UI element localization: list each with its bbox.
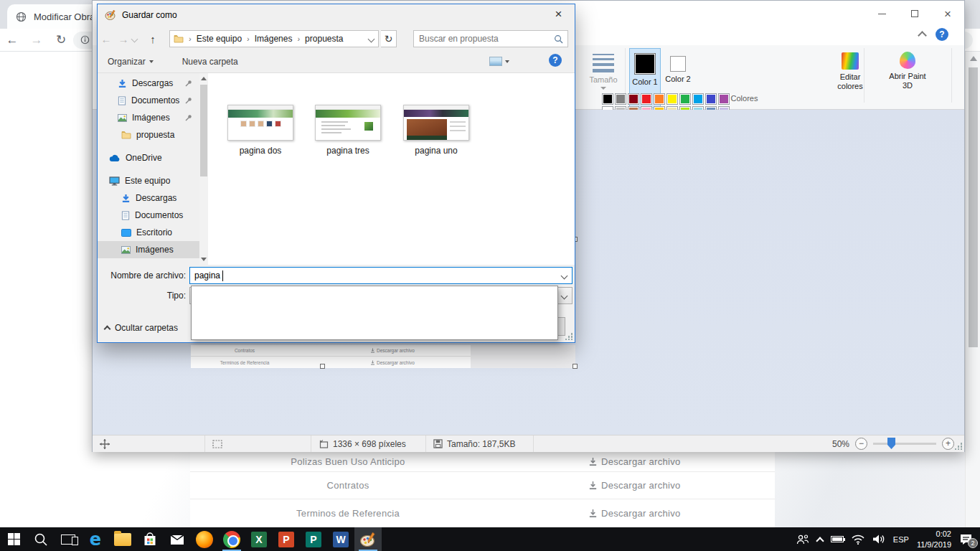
sidebar-item-descargas2[interactable]: Descargas [98, 189, 199, 207]
sidebar-scrollbar[interactable] [199, 73, 208, 265]
people-icon[interactable] [796, 534, 809, 545]
scrollbar-thumb[interactable] [969, 67, 978, 347]
taskbar-word[interactable]: W [327, 527, 354, 551]
close-button[interactable]: × [931, 3, 964, 24]
sidebar-item-propuesta[interactable]: propuesta [98, 126, 199, 143]
sidebar-item-imagenes[interactable]: Imágenes [98, 109, 199, 126]
scrollbar-up-arrow[interactable] [970, 56, 977, 61]
taskbar-chrome[interactable] [218, 527, 245, 551]
file-item[interactable]: pagina dos [221, 105, 300, 156]
nav-up-button[interactable]: ↑ [144, 33, 161, 45]
sidebar-item-escritorio[interactable]: Escritorio [98, 224, 199, 241]
sidebar-item-descargas[interactable]: Descargas [98, 75, 199, 92]
palette-swatch[interactable] [602, 93, 613, 105]
breadcrumb-item[interactable]: Este equipo [197, 34, 242, 44]
dialog-close-button[interactable]: × [542, 4, 575, 24]
browser-back-button[interactable]: ← [0, 33, 24, 47]
folder-icon [121, 131, 131, 139]
nav-history-chevron-icon[interactable] [131, 35, 138, 42]
filename-autocomplete-dropdown[interactable] [191, 286, 558, 340]
address-breadcrumb-bar[interactable]: › Este equipo › Imágenes › propuesta [169, 30, 379, 47]
search-input[interactable] [414, 34, 554, 44]
color1-swatch [634, 53, 656, 75]
nav-forward-button[interactable]: → [115, 33, 132, 45]
system-tray: ESP 0:02 11/9/2019 2 [796, 529, 980, 550]
collapse-ribbon-icon[interactable] [918, 31, 927, 40]
action-center-button[interactable]: 2 [959, 533, 973, 545]
taskbar-search-button[interactable] [27, 527, 55, 551]
file-item[interactable]: pagina tres [308, 105, 387, 156]
tray-expand-chevron-icon[interactable] [816, 537, 824, 545]
search-box[interactable] [413, 30, 568, 47]
browser-scrollbar[interactable] [965, 52, 980, 527]
download-link[interactable]: Descargar archivo [588, 472, 681, 499]
size-icon [593, 54, 614, 72]
refresh-button[interactable]: ↻ [381, 30, 397, 47]
file-item[interactable]: pagina uno [397, 105, 476, 156]
download-icon [370, 348, 375, 353]
paint-help-icon[interactable]: ? [936, 28, 948, 41]
edit-colors-button[interactable]: Editar colores [831, 48, 869, 91]
wifi-icon[interactable] [852, 534, 864, 545]
size-button[interactable]: Tamaño [583, 48, 623, 90]
zoom-in-button[interactable]: + [942, 438, 954, 450]
sidebar-item-documentos2[interactable]: Documentos [98, 207, 199, 224]
new-folder-button[interactable]: Nueva carpeta [176, 54, 244, 70]
battery-icon[interactable] [831, 536, 844, 542]
view-mode-button[interactable] [486, 55, 513, 68]
taskbar-excel[interactable]: X [245, 527, 273, 551]
volume-icon[interactable] [872, 534, 885, 545]
organize-button[interactable]: Organizar [102, 54, 159, 70]
row-label: Terminos de Referencia [190, 499, 506, 527]
selection-handle-corner[interactable] [573, 364, 578, 369]
dialog-resize-grip[interactable] [565, 333, 573, 340]
scrollbar-up-arrow[interactable] [201, 77, 207, 80]
breadcrumb-item[interactable]: propuesta [305, 34, 343, 44]
start-button[interactable] [0, 527, 27, 551]
sidebar-item-onedrive[interactable]: OneDrive [98, 149, 199, 166]
zoom-slider[interactable] [873, 443, 936, 445]
download-link[interactable]: Descargar archivo [588, 452, 681, 471]
file-name: pagina uno [397, 146, 476, 156]
minimize-button[interactable] [865, 3, 898, 24]
browser-reload-button[interactable]: ↻ [49, 32, 73, 47]
zoom-out-button[interactable]: − [855, 438, 867, 450]
taskbar-paint[interactable] [354, 527, 382, 551]
resize-grip[interactable] [955, 443, 962, 450]
sidebar-item-este-equipo[interactable]: Este equipo [98, 172, 199, 189]
zoom-slider-thumb[interactable] [887, 438, 895, 449]
excel-icon: X [251, 532, 267, 547]
taskbar-powerpoint[interactable]: P [273, 527, 300, 551]
language-indicator[interactable]: ESP [893, 535, 909, 544]
task-view-button[interactable] [55, 527, 82, 551]
open-paint3d-button[interactable]: Abrir Paint 3D [883, 48, 932, 90]
paint3d-label: Abrir Paint 3D [886, 72, 929, 90]
sidebar-item-documentos[interactable]: Documentos [98, 92, 199, 109]
type-dropdown-chevron-icon[interactable] [561, 292, 568, 299]
selection-handle-bottom[interactable] [320, 364, 325, 369]
scrollbar-down-arrow[interactable] [201, 258, 207, 261]
sidebar-item-imagenes2[interactable]: Imágenes [98, 241, 199, 258]
file-list-area[interactable]: pagina dos pagina tres [208, 73, 575, 265]
help-button[interactable]: ? [549, 54, 562, 67]
taskbar-edge[interactable]: e [82, 527, 109, 551]
scrollbar-thumb[interactable] [200, 85, 207, 176]
taskbar-firefox[interactable] [191, 527, 218, 551]
filename-input[interactable]: pagina [189, 267, 573, 284]
address-dropdown-chevron-icon[interactable] [368, 35, 375, 42]
save-as-dialog: Guardar como × ← → ↑ › Este equipo › Imá… [97, 4, 575, 343]
hide-folders-button[interactable]: Ocultar carpetas [105, 320, 178, 336]
taskbar-store[interactable] [136, 527, 164, 551]
file-size-section: Tamaño: 187,5KB [426, 435, 534, 452]
taskbar-publisher[interactable]: P [300, 527, 327, 551]
new-folder-label: Nueva carpeta [182, 57, 238, 67]
taskbar-mail[interactable] [164, 527, 191, 551]
browser-forward-button[interactable]: → [24, 33, 49, 47]
maximize-button[interactable] [898, 3, 931, 24]
nav-back-button[interactable]: ← [98, 33, 115, 45]
download-link[interactable]: Descargar archivo [588, 499, 681, 527]
breadcrumb-item[interactable]: Imágenes [255, 34, 293, 44]
filename-dropdown-chevron-icon[interactable] [561, 272, 568, 279]
taskbar-clock[interactable]: 0:02 11/9/2019 [917, 529, 951, 550]
taskbar-file-explorer[interactable] [109, 527, 136, 551]
